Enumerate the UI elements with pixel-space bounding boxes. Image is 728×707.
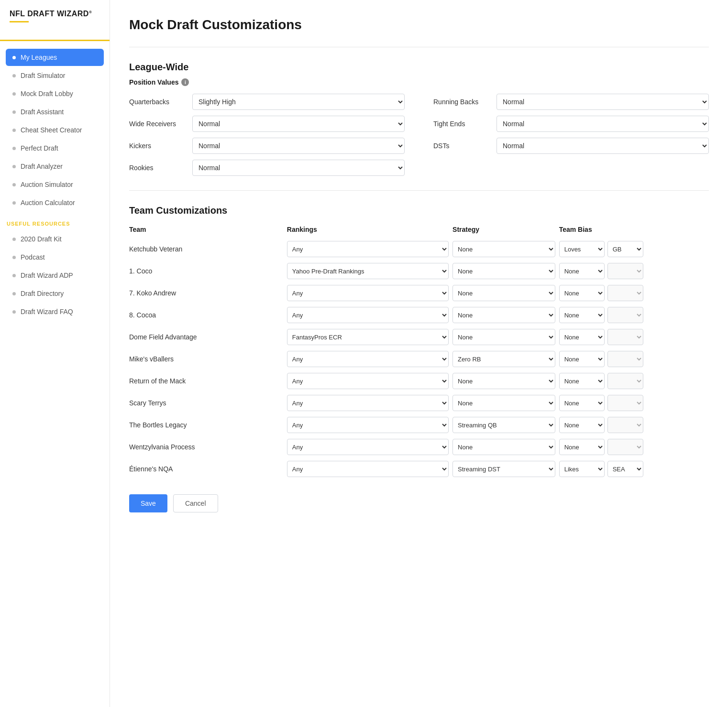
team-bias-cell-5: NoneLovesLikesDislikesAvoidsQBRBWRTEGBSE… <box>559 348 709 370</box>
strategy-select-6[interactable]: NoneZero RBHero RBRobust RBStreaming QBS… <box>452 373 555 389</box>
strategy-select-9[interactable]: NoneZero RBHero RBRobust RBStreaming QBS… <box>452 439 555 455</box>
sidebar-label-auction-simulator: Auction Simulator <box>21 181 73 188</box>
position-select-kickers[interactable]: Very LowLowSlightly LowNormalSlightly Hi… <box>192 138 405 154</box>
rankings-select-2[interactable]: AnyYahoo Pre-Draft RankingsFantasyPros E… <box>287 285 449 301</box>
player-select-6[interactable]: QBRBWRTEGBSEANEDALKC <box>607 373 643 389</box>
bias-select-1[interactable]: NoneLovesLikesDislikesAvoids <box>559 263 605 279</box>
info-icon[interactable]: i <box>181 78 189 86</box>
position-label-wide-receivers: Wide Receivers <box>129 120 187 128</box>
sidebar-item-draft-assistant[interactable]: Draft Assistant <box>6 103 104 120</box>
sidebar-label-draft-directory: Draft Directory <box>21 290 64 297</box>
bias-select-9[interactable]: NoneLovesLikesDislikesAvoids <box>559 439 605 455</box>
bias-select-6[interactable]: NoneLovesLikesDislikesAvoids <box>559 373 605 389</box>
team-name-6: Return of the Mack <box>129 370 287 392</box>
team-rankings-cell-2: AnyYahoo Pre-Draft RankingsFantasyPros E… <box>287 282 452 304</box>
table-row: Dome Field AdvantageAnyYahoo Pre-Draft R… <box>129 326 709 348</box>
team-rankings-cell-9: AnyYahoo Pre-Draft RankingsFantasyPros E… <box>287 436 452 458</box>
sidebar-item-draft-wizard-adp[interactable]: Draft Wizard ADP <box>6 267 104 284</box>
team-bias-cell-4: NoneLovesLikesDislikesAvoidsQBRBWRTEGBSE… <box>559 326 709 348</box>
bias-select-3[interactable]: NoneLovesLikesDislikesAvoids <box>559 307 605 323</box>
position-label-kickers: Kickers <box>129 142 187 150</box>
position-row-tight-ends: Tight EndsVery LowLowSlightly LowNormalS… <box>433 116 709 132</box>
strategy-select-1[interactable]: NoneZero RBHero RBRobust RBStreaming QBS… <box>452 263 555 279</box>
strategy-select-10[interactable]: NoneZero RBHero RBRobust RBStreaming QBS… <box>452 461 555 477</box>
rankings-select-4[interactable]: AnyYahoo Pre-Draft RankingsFantasyPros E… <box>287 329 449 345</box>
table-row: Étienne's NQAAnyYahoo Pre-Draft Rankings… <box>129 458 709 480</box>
position-select-dsts[interactable]: Very LowLowSlightly LowNormalSlightly Hi… <box>496 138 709 154</box>
player-select-2[interactable]: QBRBWRTEGBSEANEDALKC <box>607 285 643 301</box>
rankings-select-5[interactable]: AnyYahoo Pre-Draft RankingsFantasyPros E… <box>287 351 449 367</box>
table-row: Mike's vBallersAnyYahoo Pre-Draft Rankin… <box>129 348 709 370</box>
team-table: TeamRankingsStrategyTeam Bias Ketchubb V… <box>129 222 709 480</box>
team-name-7: Scary Terrys <box>129 392 287 414</box>
strategy-select-0[interactable]: NoneZero RBHero RBRobust RBStreaming QBS… <box>452 241 555 257</box>
team-bias-cell-1: NoneLovesLikesDislikesAvoidsQBRBWRTEGBSE… <box>559 260 709 282</box>
strategy-select-4[interactable]: NoneZero RBHero RBRobust RBStreaming QBS… <box>452 329 555 345</box>
bias-select-7[interactable]: NoneLovesLikesDislikesAvoids <box>559 395 605 411</box>
sidebar-item-2020-draft-kit[interactable]: 2020 Draft Kit <box>6 230 104 248</box>
bias-select-0[interactable]: NoneLovesLikesDislikesAvoids <box>559 241 605 257</box>
strategy-select-5[interactable]: NoneZero RBHero RBRobust RBStreaming QBS… <box>452 351 555 367</box>
bias-select-8[interactable]: NoneLovesLikesDislikesAvoids <box>559 417 605 433</box>
rankings-select-7[interactable]: AnyYahoo Pre-Draft RankingsFantasyPros E… <box>287 395 449 411</box>
bias-select-2[interactable]: NoneLovesLikesDislikesAvoids <box>559 285 605 301</box>
sidebar-item-auction-calculator[interactable]: Auction Calculator <box>6 194 104 211</box>
sidebar-label-2020-draft-kit: 2020 Draft Kit <box>21 235 62 243</box>
bias-select-10[interactable]: NoneLovesLikesDislikesAvoids <box>559 461 605 477</box>
team-strategy-cell-3: NoneZero RBHero RBRobust RBStreaming QBS… <box>452 304 559 326</box>
team-bias-cell-2: NoneLovesLikesDislikesAvoidsQBRBWRTEGBSE… <box>559 282 709 304</box>
position-values-grid: QuarterbacksVery LowLowSlightly LowNorma… <box>129 94 709 176</box>
position-select-tight-ends[interactable]: Very LowLowSlightly LowNormalSlightly Hi… <box>496 116 709 132</box>
sidebar-item-auction-simulator[interactable]: Auction Simulator <box>6 176 104 193</box>
sidebar-item-draft-simulator[interactable]: Draft Simulator <box>6 67 104 84</box>
sidebar-item-perfect-draft[interactable]: Perfect Draft <box>6 140 104 157</box>
table-row: The Bortles LegacyAnyYahoo Pre-Draft Ran… <box>129 414 709 436</box>
strategy-select-8[interactable]: NoneZero RBHero RBRobust RBStreaming QBS… <box>452 417 555 433</box>
player-select-3[interactable]: QBRBWRTEGBSEANEDALKC <box>607 307 643 323</box>
page-title: Mock Draft Customizations <box>129 17 709 33</box>
sidebar-item-draft-directory[interactable]: Draft Directory <box>6 285 104 302</box>
strategy-select-7[interactable]: NoneZero RBHero RBRobust RBStreaming QBS… <box>452 395 555 411</box>
team-name-3: 8. Cocoa <box>129 304 287 326</box>
save-button[interactable]: Save <box>129 494 167 512</box>
sidebar-item-my-leagues[interactable]: My Leagues <box>6 49 104 66</box>
sidebar-item-mock-draft-lobby[interactable]: Mock Draft Lobby <box>6 85 104 102</box>
cancel-button[interactable]: Cancel <box>173 494 218 512</box>
player-select-9[interactable]: QBRBWRTEGBSEANEDALKC <box>607 439 643 455</box>
position-select-wide-receivers[interactable]: Very LowLowSlightly LowNormalSlightly Hi… <box>192 116 405 132</box>
rankings-select-9[interactable]: AnyYahoo Pre-Draft RankingsFantasyPros E… <box>287 439 449 455</box>
player-select-7[interactable]: QBRBWRTEGBSEANEDALKC <box>607 395 643 411</box>
team-strategy-cell-2: NoneZero RBHero RBRobust RBStreaming QBS… <box>452 282 559 304</box>
team-customizations-section: Team Customizations TeamRankingsStrategy… <box>129 205 709 480</box>
player-select-0[interactable]: QBRBWRTEGBSEANEDALKC <box>607 241 643 257</box>
rankings-select-10[interactable]: AnyYahoo Pre-Draft RankingsFantasyPros E… <box>287 461 449 477</box>
strategy-select-2[interactable]: NoneZero RBHero RBRobust RBStreaming QBS… <box>452 285 555 301</box>
player-select-1[interactable]: QBRBWRTEGBSEANEDALKC <box>607 263 643 279</box>
team-strategy-cell-7: NoneZero RBHero RBRobust RBStreaming QBS… <box>452 392 559 414</box>
sidebar-item-draft-wizard-faq[interactable]: Draft Wizard FAQ <box>6 303 104 320</box>
rankings-select-3[interactable]: AnyYahoo Pre-Draft RankingsFantasyPros E… <box>287 307 449 323</box>
rankings-select-1[interactable]: AnyYahoo Pre-Draft RankingsFantasyPros E… <box>287 263 449 279</box>
player-select-8[interactable]: QBRBWRTEGBSEANEDALKC <box>607 417 643 433</box>
sidebar-item-cheat-sheet-creator[interactable]: Cheat Sheet Creator <box>6 121 104 139</box>
col-header-strategy: Strategy <box>452 222 559 238</box>
dot-podcast <box>12 256 16 259</box>
bias-select-4[interactable]: NoneLovesLikesDislikesAvoids <box>559 329 605 345</box>
sidebar-item-draft-analyzer[interactable]: Draft Analyzer <box>6 158 104 175</box>
strategy-select-3[interactable]: NoneZero RBHero RBRobust RBStreaming QBS… <box>452 307 555 323</box>
position-select-quarterbacks[interactable]: Very LowLowSlightly LowNormalSlightly Hi… <box>192 94 405 110</box>
position-select-rookies[interactable]: Very LowLowSlightly LowNormalSlightly Hi… <box>192 160 405 176</box>
bias-select-5[interactable]: NoneLovesLikesDislikesAvoids <box>559 351 605 367</box>
player-select-4[interactable]: QBRBWRTEGBSEANEDALKC <box>607 329 643 345</box>
player-select-10[interactable]: QBRBWRTEGBSEANEDALKC <box>607 461 643 477</box>
rankings-select-0[interactable]: AnyYahoo Pre-Draft RankingsFantasyPros E… <box>287 241 449 257</box>
divider-middle <box>129 190 709 191</box>
rankings-select-8[interactable]: AnyYahoo Pre-Draft RankingsFantasyPros E… <box>287 417 449 433</box>
position-select-running-backs[interactable]: Very LowLowSlightly LowNormalSlightly Hi… <box>496 94 709 110</box>
player-select-5[interactable]: QBRBWRTEGBSEANEDALKC <box>607 351 643 367</box>
col-header-team-bias: Team Bias <box>559 222 709 238</box>
sidebar-item-podcast[interactable]: Podcast <box>6 249 104 266</box>
team-name-2: 7. Koko Andrew <box>129 282 287 304</box>
rankings-select-6[interactable]: AnyYahoo Pre-Draft RankingsFantasyPros E… <box>287 373 449 389</box>
team-rankings-cell-3: AnyYahoo Pre-Draft RankingsFantasyPros E… <box>287 304 452 326</box>
